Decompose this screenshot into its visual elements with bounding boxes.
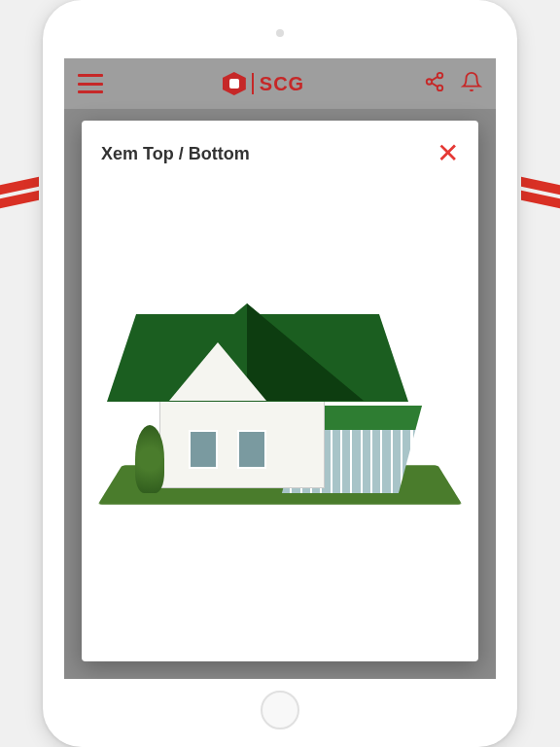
svg-point-2 xyxy=(438,86,443,91)
decorative-stripe-right xyxy=(521,177,560,217)
brand-divider xyxy=(252,73,254,94)
house-3d-preview[interactable] xyxy=(101,196,459,547)
app-header: SCG xyxy=(64,58,496,109)
house-window xyxy=(237,430,266,469)
tablet-device-frame: SCG Xem Top / Bottom ✕ xyxy=(43,0,517,747)
menu-icon[interactable] xyxy=(78,74,103,93)
svg-line-4 xyxy=(432,83,438,87)
house-window xyxy=(189,430,218,469)
tablet-home-button[interactable] xyxy=(261,691,299,729)
app-screen: SCG Xem Top / Bottom ✕ xyxy=(64,58,496,679)
decorative-stripe-left xyxy=(0,177,39,217)
brand-logo: SCG xyxy=(113,72,414,95)
svg-point-1 xyxy=(427,79,433,85)
brand-hex-icon xyxy=(223,72,246,95)
share-icon[interactable] xyxy=(424,71,445,96)
tablet-camera xyxy=(276,29,284,37)
brand-text: SCG xyxy=(260,73,304,95)
svg-point-0 xyxy=(438,73,443,79)
view-modal: Xem Top / Bottom ✕ xyxy=(82,121,478,661)
house-gable xyxy=(169,342,266,401)
house-tree xyxy=(135,425,164,493)
modal-title: Xem Top / Bottom xyxy=(101,144,250,164)
svg-line-3 xyxy=(432,77,438,81)
modal-header: Xem Top / Bottom ✕ xyxy=(101,140,459,167)
bell-icon[interactable] xyxy=(461,71,482,96)
close-icon[interactable]: ✕ xyxy=(437,140,459,167)
